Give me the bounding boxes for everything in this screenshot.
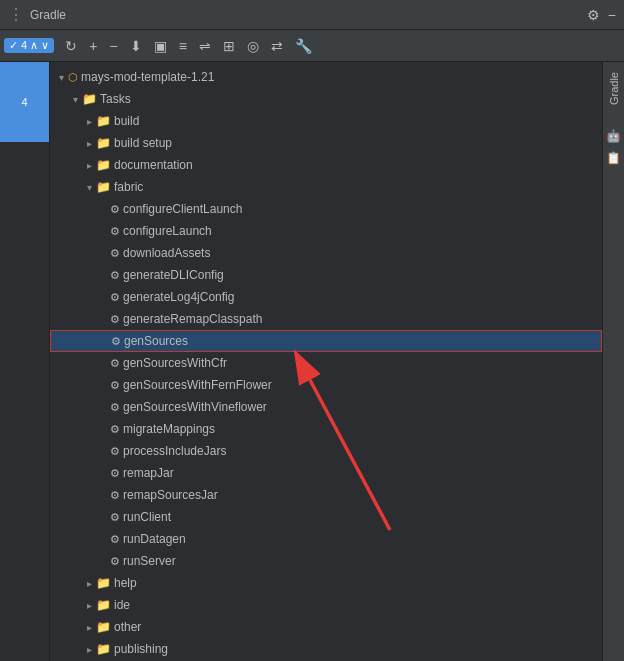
item-label: remapSourcesJar	[123, 488, 218, 502]
download-button[interactable]: ⬇	[125, 35, 147, 57]
item-label: generateRemapClasspath	[123, 312, 262, 326]
item-label: build setup	[114, 136, 172, 150]
app-title: Gradle	[30, 8, 66, 22]
remove-button[interactable]: −	[104, 35, 122, 57]
transfer-button[interactable]: ⇄	[266, 35, 288, 57]
title-bar-left: ⋮ Gradle	[8, 5, 66, 24]
item-label: documentation	[114, 158, 193, 172]
gear-icon: ⚙	[110, 357, 120, 370]
tree-item-generateDLIConfig[interactable]: ⚙ generateDLIConfig	[50, 264, 602, 286]
tree-item-processIncludeJars[interactable]: ⚙ processIncludeJars	[50, 440, 602, 462]
tree-item-build-setup[interactable]: ▸ 📁 build setup	[50, 132, 602, 154]
ai-icon[interactable]: 🤖	[604, 127, 623, 145]
refresh-button[interactable]: ↻	[60, 35, 82, 57]
tree-item-runClient[interactable]: ⚙ runClient	[50, 506, 602, 528]
build-badge[interactable]: ✓ 4 ∧ ∨	[4, 38, 54, 53]
tree-item-remapJar[interactable]: ⚙ remapJar	[50, 462, 602, 484]
expand-arrow[interactable]: ▾	[68, 94, 82, 105]
expand-arrow[interactable]: ▸	[82, 578, 96, 589]
item-label: mays-mod-template-1.21	[81, 70, 214, 84]
sync-button[interactable]: ⇌	[194, 35, 216, 57]
item-label: other	[114, 620, 141, 634]
gear-icon: ⚙	[110, 225, 120, 238]
expand-arrow[interactable]: ▸	[82, 644, 96, 655]
item-label: configureLaunch	[123, 224, 212, 238]
item-label: genSourcesWithCfr	[123, 356, 227, 370]
settings-icon[interactable]: ⚙	[587, 7, 600, 23]
tree-item-downloadAssets[interactable]: ⚙ downloadAssets	[50, 242, 602, 264]
tree-item-configureLaunch[interactable]: ⚙ configureLaunch	[50, 220, 602, 242]
folder-icon: 📁	[96, 598, 111, 612]
item-label: ide	[114, 598, 130, 612]
tree-item-generateLog4jConfig[interactable]: ⚙ generateLog4jConfig	[50, 286, 602, 308]
wrench-button[interactable]: 🔧	[290, 35, 317, 57]
tree-item-other[interactable]: ▸ 📁 other	[50, 616, 602, 638]
gear-icon: ⚙	[110, 423, 120, 436]
folder-icon: 📁	[96, 642, 111, 656]
gear-icon: ⚙	[110, 379, 120, 392]
tree-item-publishing[interactable]: ▸ 📁 publishing	[50, 638, 602, 660]
toolbar: ✓ 4 ∧ ∨ ↻ + − ⬇ ▣ ≡ ⇌ ⊞ ◎ ⇄ 🔧	[0, 30, 624, 62]
item-label: generateDLIConfig	[123, 268, 224, 282]
left-panel-item-1[interactable]: 4	[0, 62, 49, 142]
menu-icon[interactable]: ⋮	[8, 5, 24, 24]
tree-item-documentation[interactable]: ▸ 📁 documentation	[50, 154, 602, 176]
gradle-side-label[interactable]: Gradle	[606, 68, 622, 109]
item-label: genSources	[124, 334, 188, 348]
folder-icon: 📁	[96, 114, 111, 128]
add-button[interactable]: +	[84, 35, 102, 57]
folder-icon: 📁	[96, 158, 111, 172]
target-button[interactable]: ◎	[242, 35, 264, 57]
item-label: Tasks	[100, 92, 131, 106]
tree-item-tasks[interactable]: ▾ 📁 Tasks	[50, 88, 602, 110]
tree-item-build[interactable]: ▸ 📁 build	[50, 110, 602, 132]
minimize-icon[interactable]: −	[608, 7, 616, 23]
item-label: migrateMappings	[123, 422, 215, 436]
folder-icon: 📁	[96, 136, 111, 150]
title-bar: ⋮ Gradle ⚙ −	[0, 0, 624, 30]
item-label: generateLog4jConfig	[123, 290, 234, 304]
toggle-button[interactable]: ▣	[149, 35, 172, 57]
tree-item-genSources[interactable]: ⚙ genSources	[50, 330, 602, 352]
tree-item-mays-mod-template[interactable]: ▾ ⬡ mays-mod-template-1.21	[50, 66, 602, 88]
tree-item-genSourcesWithFernFlower[interactable]: ⚙ genSourcesWithFernFlower	[50, 374, 602, 396]
expand-arrow[interactable]: ▸	[82, 622, 96, 633]
expand-arrow[interactable]: ▸	[82, 160, 96, 171]
tree-item-help[interactable]: ▸ 📁 help	[50, 572, 602, 594]
translate-icon[interactable]: 📋	[604, 149, 623, 167]
tree-item-genSourcesWithCfr[interactable]: ⚙ genSourcesWithCfr	[50, 352, 602, 374]
right-panel: Gradle 🤖 📋	[602, 62, 624, 661]
title-bar-right: ⚙ −	[587, 7, 616, 23]
gear-icon: ⚙	[110, 203, 120, 216]
tree-item-fabric[interactable]: ▾ 📁 fabric	[50, 176, 602, 198]
item-label: genSourcesWithVineflower	[123, 400, 267, 414]
gear-icon: ⚙	[110, 313, 120, 326]
expand-arrow[interactable]: ▾	[82, 182, 96, 193]
gear-icon: ⚙	[110, 511, 120, 524]
expand-button[interactable]: ≡	[174, 35, 192, 57]
grid-button[interactable]: ⊞	[218, 35, 240, 57]
gear-icon: ⚙	[110, 533, 120, 546]
item-label: processIncludeJars	[123, 444, 226, 458]
item-label: remapJar	[123, 466, 174, 480]
tree-item-genSourcesWithVineflower[interactable]: ⚙ genSourcesWithVineflower	[50, 396, 602, 418]
tree-item-generateRemapClasspath[interactable]: ⚙ generateRemapClasspath	[50, 308, 602, 330]
tree-item-migrateMappings[interactable]: ⚙ migrateMappings	[50, 418, 602, 440]
tree-panel[interactable]: ▾ ⬡ mays-mod-template-1.21 ▾ 📁 Tasks ▸ 📁…	[50, 62, 602, 661]
tree-item-runServer[interactable]: ⚙ runServer	[50, 550, 602, 572]
tree-item-runDatagen[interactable]: ⚙ runDatagen	[50, 528, 602, 550]
expand-arrow[interactable]: ▸	[82, 138, 96, 149]
gear-icon: ⚙	[110, 467, 120, 480]
expand-arrow[interactable]: ▸	[82, 116, 96, 127]
tree-item-remapSourcesJar[interactable]: ⚙ remapSourcesJar	[50, 484, 602, 506]
expand-arrow[interactable]: ▾	[54, 72, 68, 83]
gear-icon: ⚙	[110, 445, 120, 458]
tree-item-configureClientLaunch[interactable]: ⚙ configureClientLaunch	[50, 198, 602, 220]
item-label: publishing	[114, 642, 168, 656]
item-label: fabric	[114, 180, 143, 194]
expand-arrow[interactable]: ▸	[82, 600, 96, 611]
gear-icon: ⚙	[111, 335, 121, 348]
tree-item-ide[interactable]: ▸ 📁 ide	[50, 594, 602, 616]
gradle-icon: ⬡	[68, 71, 78, 84]
item-label: downloadAssets	[123, 246, 210, 260]
